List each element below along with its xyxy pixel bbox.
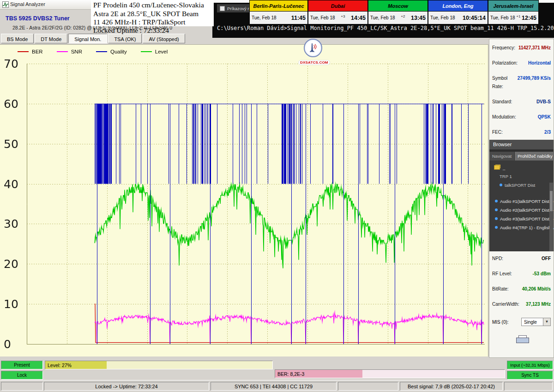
statusbar-best-signal: Best signal: 7,9 dB (2025-02-17 20:42): [400, 382, 503, 391]
audio-track-2[interactable]: Audio #2(talkSPORT Dist) - AAC: [489, 206, 554, 214]
annotation-line-3: 11 426 MHz-H : TRP/TalkSport: [93, 18, 214, 27]
legend-snr-label: SNR: [71, 49, 82, 54]
param-value: 2/3: [544, 128, 551, 137]
mis-select[interactable]: Single ▼: [521, 318, 551, 326]
param-value: OFF: [542, 255, 551, 263]
service-tree: _ TRP 1 talkSPORT Dist Audio #1(talkSPOR…: [489, 160, 554, 251]
browser-header: Browser: [489, 140, 554, 149]
param-standard: Standard:DVB-S: [489, 98, 554, 106]
audio-track-3[interactable]: Audio #3(talkSPORT Dist) - AAC: [489, 214, 554, 223]
param-label: CarrierWidth:: [492, 300, 519, 309]
clock-city: Berlin-Paris-Lučenec: [253, 3, 304, 9]
terminal-command-line[interactable]: C:\Users\Roman Dávid>Signal Monitoring_P…: [217, 25, 554, 31]
clock-berlin-paris-lucenec: Berlin-Paris-Lučenec Tue, Feb 1811:45: [249, 0, 308, 24]
legend-level-label: Level: [155, 49, 168, 54]
param-value: -53 dBm: [533, 270, 551, 278]
param-label: RF Level:: [492, 270, 512, 278]
statusbar-locked: Locked -> Uptime: 72:33:24: [44, 382, 209, 391]
legend-quality-label: Quality: [110, 49, 127, 54]
printer-icon[interactable]: [516, 335, 528, 344]
param-label: Polarization:: [492, 59, 518, 67]
legend-level: Level: [141, 49, 168, 54]
clock-london: London, Eng Tue, Feb 1810:45:14: [428, 0, 488, 24]
rf-params: NPD:OFF RF Level:-53 dBm BitRate:40,206 …: [489, 255, 554, 315]
mis-label: MIS (0):: [492, 320, 509, 325]
param-label: Standard:: [492, 98, 512, 106]
param-value: 40,206 Mbit/s: [522, 285, 551, 293]
lock-indicator: Lock: [1, 371, 43, 380]
clock-header: Jerusalem-Israel: [488, 0, 538, 12]
clock-city: Dubai: [331, 3, 345, 9]
clock-header: London, Eng: [428, 0, 488, 12]
param-frequency: Frequency:11427,371 MHz: [489, 44, 554, 52]
best-signal-text: Best signal: 7,9 dB (2025-02-17 20:42): [408, 384, 495, 389]
tree-item-talksport[interactable]: talkSPORT Dist: [489, 181, 554, 190]
chevron-down-icon[interactable]: ▼: [543, 318, 550, 326]
clock-header: Berlin-Paris-Lučenec: [250, 0, 307, 12]
tree-scrollbar-thumb[interactable]: [550, 191, 553, 211]
param-label: Symbol Rate:: [492, 74, 518, 91]
audio-track-label: Audio #1(talkSPORT Dist) - AAC: [500, 199, 554, 204]
clock-time: 10:45:14: [463, 15, 486, 21]
tree-scrollbar[interactable]: [549, 183, 553, 251]
tab-av[interactable]: AV (Stopped): [143, 34, 185, 43]
clock-body: Tue, Feb 18+112:45: [488, 12, 538, 24]
audio-dot-icon: [495, 208, 498, 211]
tree-item-trp1[interactable]: TRP 1: [489, 172, 554, 181]
browser-tabs: Navigovat Prohlížeč nabídky N: [489, 149, 554, 160]
clock-date: Tue, Feb 18: [370, 15, 395, 20]
clock-city: Moscow: [388, 3, 408, 9]
clock-date: Tue, Feb 18: [252, 15, 277, 20]
statusbar: Locked -> Uptime: 72:33:24 SYNC 653 | TE…: [0, 380, 554, 392]
tab-navigovat[interactable]: Navigovat: [489, 152, 514, 160]
tree-item-label: talkSPORT Dist: [505, 183, 535, 188]
mode-tab-bar: BS Mode DT Mode Signal Mon. TSA (OK) AV …: [1, 34, 185, 43]
quality-line-swatch: [96, 51, 107, 52]
audio-dot-icon: [495, 226, 498, 229]
ber-line-swatch: [18, 51, 29, 52]
param-polarization: Polarization:Horizontal: [489, 59, 554, 67]
tab-tsa[interactable]: TSA (OK): [108, 34, 142, 43]
audio-track-label: Audio #4(TRP 1) - English, AAC: [500, 225, 554, 230]
tree-item-label: TRP 1: [500, 174, 512, 179]
annotation-line-1: PF Prodelin 450 cm/Lučenec-Slovakia: [93, 1, 214, 10]
clock-body: Tue, Feb 1811:45: [250, 12, 307, 24]
audio-track-4[interactable]: Audio #4(TRP 1) - English, AAC: [489, 223, 554, 232]
sync-counters-text: SYNC 653 | TEI 44308 | CC 11729: [235, 384, 313, 389]
tree-root-label: _: [503, 165, 505, 170]
dxsatcs-logo-caption: DXSATCS.COM: [298, 60, 330, 65]
chart-legend: BER SNR Quality Level: [18, 49, 168, 54]
level-progressbar: Level: 27%: [45, 361, 273, 369]
service-dot-icon: [500, 184, 502, 186]
tree-root[interactable]: _: [489, 163, 554, 172]
legend-snr: SNR: [57, 49, 82, 54]
param-value: 37,123 MHz: [526, 300, 551, 309]
console-icon: [220, 6, 225, 11]
param-label: Modulation:: [492, 113, 516, 121]
tab-dt-mode[interactable]: DT Mode: [35, 34, 67, 43]
clock-body: Tue, Feb 1810:45:14: [428, 12, 488, 24]
snr-line-swatch: [57, 51, 68, 52]
statusbar-cell-empty-3: [504, 382, 553, 391]
audio-track-1[interactable]: Audio #1(talkSPORT Dist) - AAC: [489, 197, 554, 206]
locked-uptime-text: Locked -> Uptime: 72:33:24: [95, 384, 157, 389]
param-fec: FEC:2/3: [489, 128, 554, 137]
tab-bs-mode[interactable]: BS Mode: [1, 34, 34, 43]
clock-date: Tue, Feb 18: [430, 15, 455, 20]
audio-track-label: Audio #2(talkSPORT Dist) - AAC: [500, 208, 554, 213]
tab-signal-mon[interactable]: Signal Mon.: [68, 34, 107, 43]
param-symbol-rate: Symbol Rate:27499,789 KS/s: [489, 74, 554, 91]
legend-quality: Quality: [96, 49, 127, 54]
clock-header: Dubai: [308, 0, 367, 12]
annotation-line-4: Locked Uptime : 72:33:24: [93, 26, 169, 35]
input-indicator: Input (~32,31 Mbps): [507, 361, 553, 369]
annotation-line-2: Astra 2E at 28.5°E_UK SPOT Beam: [93, 10, 214, 18]
tab-prohlizec-nabidky[interactable]: Prohlížeč nabídky: [515, 152, 554, 160]
param-bitrate: BitRate:40,206 Mbit/s: [489, 285, 554, 293]
window-title: Signal Analyzer: [10, 1, 45, 7]
signal-chart-canvas: [0, 45, 488, 356]
signal-info-panel: Frequency:11427,371 MHz Polarization:Hor…: [489, 39, 554, 358]
clock-offset: +2: [401, 14, 405, 18]
clock-time: 12:45: [522, 15, 536, 21]
param-npd: NPD:OFF: [489, 255, 554, 263]
